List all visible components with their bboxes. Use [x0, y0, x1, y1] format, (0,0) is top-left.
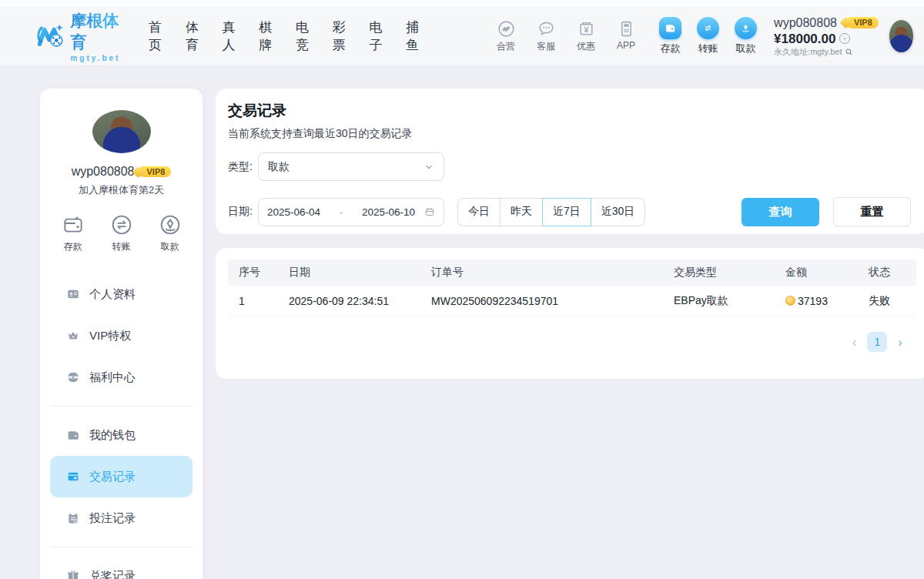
cell-order-no: MW202506092234519701	[431, 295, 674, 307]
promo-label: 优惠	[577, 40, 595, 53]
range-yesterday-button[interactable]: 昨天	[500, 198, 543, 226]
range-30days-button[interactable]: 近30日	[591, 198, 646, 226]
cell-amount: 37193	[785, 295, 869, 307]
withdraw-icon	[735, 17, 757, 39]
prev-page-button[interactable]: ‹	[852, 336, 857, 349]
records-panel: 序号 日期 订单号 交易类型 金额 状态 1 2025-06-09 22:34:…	[216, 248, 924, 379]
partner-label: 合营	[497, 40, 515, 53]
type-label: 类型:	[228, 160, 258, 174]
nav-item-lottery[interactable]: 彩票	[333, 18, 347, 54]
deposit-button[interactable]: 存款	[659, 17, 681, 55]
col-type: 交易类型	[674, 266, 785, 279]
sidebar-vip-badge: VIP8	[139, 166, 171, 177]
nav-item-sports[interactable]: 体育	[186, 18, 200, 54]
next-page-button[interactable]: ›	[898, 336, 902, 349]
search-button[interactable]: 查询	[742, 198, 819, 226]
cell-type: EBPay取款	[674, 294, 785, 308]
sidebar-item-wallet[interactable]: 我的钱包	[50, 414, 192, 456]
app-label: APP	[617, 40, 635, 51]
brand-logo-icon	[35, 19, 64, 53]
col-index: 序号	[239, 266, 289, 279]
id-card-icon	[66, 287, 80, 301]
chevron-down-icon	[424, 162, 434, 172]
col-order-no: 订单号	[431, 266, 674, 279]
col-date: 日期	[289, 266, 431, 279]
nav-item-slots[interactable]: 电子	[370, 18, 384, 54]
wallet-outline-icon	[61, 213, 85, 237]
join-days-text: 加入摩根体育第2天	[79, 183, 164, 197]
brand-logo[interactable]: 摩根体育 mgty.bet	[35, 10, 126, 62]
quick-links: 合营 客服 优惠 APP	[491, 19, 641, 53]
sidebar-item-prize-records[interactable]: 兑奖记录	[50, 555, 192, 579]
balance-dropdown-icon[interactable]	[839, 33, 850, 44]
page-1-button[interactable]: 1	[867, 332, 887, 352]
promo-link[interactable]: 优惠	[571, 19, 601, 53]
sidebar-withdraw-button[interactable]: 取款	[158, 213, 182, 253]
sidebar-transfer-button[interactable]: 转账	[109, 213, 134, 253]
withdraw-outline-icon	[158, 213, 182, 237]
support-link[interactable]: 客服	[531, 19, 561, 53]
crown-icon	[66, 329, 80, 343]
sidebar-item-label: 投注记录	[89, 511, 136, 526]
sidebar-item-bet-records[interactable]: 投注记录	[50, 497, 192, 539]
wallet-actions: 存款 转账 取款	[659, 17, 757, 55]
date-end-value: 2025-06-10	[362, 206, 415, 218]
yuan-box-icon	[577, 19, 596, 38]
balance: ¥18000.00	[774, 31, 835, 47]
nav-item-home[interactable]: 首页	[149, 18, 163, 54]
phone-icon	[617, 19, 636, 38]
wallet-icon	[66, 428, 80, 442]
partner-link[interactable]: 合营	[491, 19, 521, 53]
coin-icon	[785, 296, 795, 306]
sidebar-avatar[interactable]	[92, 110, 151, 153]
search-icon[interactable]	[845, 48, 853, 56]
reset-button[interactable]: 重置	[833, 197, 911, 226]
brand-name: 摩根体育	[70, 10, 125, 53]
nav-item-esports[interactable]: 电竞	[296, 18, 310, 54]
cell-index: 1	[239, 295, 289, 307]
table-row: 1 2025-06-09 22:34:51 MW2025060922345197…	[228, 286, 916, 316]
nav-item-fishing[interactable]: 捕鱼	[406, 18, 420, 54]
sidebar-item-vip[interactable]: VIP特权	[50, 315, 192, 356]
date-label: 日期:	[228, 205, 258, 219]
sidebar-item-benefits[interactable]: 福利中心	[50, 356, 192, 398]
wallet-icon	[659, 17, 681, 39]
sidebar-quick-actions: 存款 转账 取款	[61, 213, 182, 253]
sidebar-withdraw-label: 取款	[161, 240, 179, 253]
brand-text: 摩根体育 mgty.bet	[70, 10, 125, 62]
quick-range-group: 今日 昨天 近7日 近30日	[457, 198, 645, 226]
page-title: 交易记录	[228, 101, 916, 121]
transfer-outline-icon	[109, 213, 134, 237]
pagination: ‹ 1 ›	[228, 332, 916, 352]
main-nav: 首页 体育 真人 棋牌 电竞 彩票 电子 捕鱼	[149, 18, 420, 54]
type-select[interactable]: 取款	[258, 152, 444, 181]
range-today-button[interactable]: 今日	[457, 198, 500, 226]
sidebar-item-label: 福利中心	[89, 370, 136, 385]
nav-item-live[interactable]: 真人	[222, 18, 236, 54]
support-label: 客服	[537, 40, 555, 53]
col-amount: 金额	[785, 266, 869, 279]
transfer-icon	[697, 17, 719, 39]
date-range-input[interactable]: 2025-06-04 - 2025-06-10	[258, 198, 444, 226]
prize-icon	[66, 569, 80, 579]
page-subtitle: 当前系统支持查询最近30日的交易记录	[228, 127, 916, 141]
cell-date: 2025-06-09 22:34:51	[289, 295, 431, 307]
sidebar-deposit-button[interactable]: 存款	[61, 213, 85, 253]
nav-item-cards[interactable]: 棋牌	[259, 18, 273, 54]
date-filter-row: 日期: 2025-06-04 - 2025-06-10 今日 昨天 近7日 近3…	[228, 197, 916, 226]
transfer-button[interactable]: 转账	[697, 17, 719, 55]
filter-panel: 交易记录 当前系统支持查询最近30日的交易记录 类型: 取款 日期: 2025-…	[216, 89, 924, 234]
sidebar-item-transactions[interactable]: 交易记录	[50, 456, 192, 497]
app-link[interactable]: APP	[611, 19, 641, 53]
date-separator: -	[326, 206, 356, 218]
withdraw-button[interactable]: 取款	[735, 17, 757, 55]
sidebar-item-profile[interactable]: 个人资料	[50, 273, 192, 315]
deposit-label: 存款	[661, 42, 681, 55]
col-status: 状态	[869, 266, 916, 279]
date-start-value: 2025-06-04	[267, 206, 320, 218]
user-info: wyp080808 VIP8 ¥18000.00 永久地址:mgty.bet	[774, 15, 879, 58]
sidebar-username: wyp080808	[72, 165, 135, 179]
sidebar-item-label: 交易记录	[89, 470, 136, 484]
range-7days-button[interactable]: 近7日	[542, 198, 591, 226]
avatar[interactable]	[889, 20, 913, 52]
